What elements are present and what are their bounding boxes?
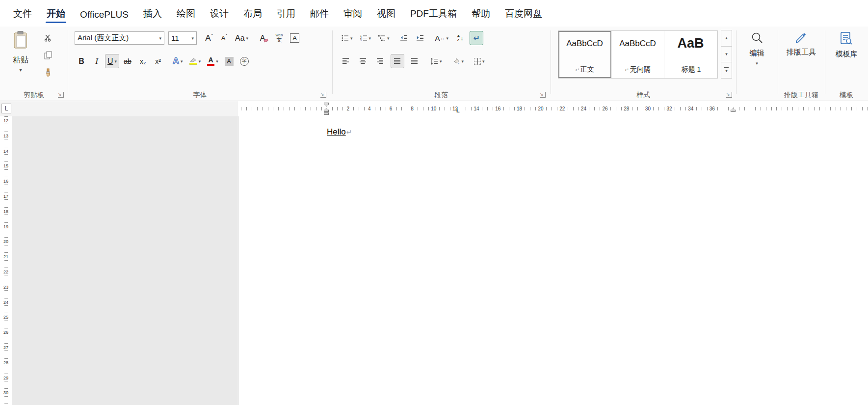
- show-marks-toggle[interactable]: ↵: [470, 31, 483, 45]
- distributed-button[interactable]: [408, 54, 421, 68]
- h-ruler-number: 30: [644, 106, 652, 111]
- format-painter-button[interactable]: [41, 67, 55, 78]
- ruler-bar: L 24681012141618202224262830323436 L: [0, 101, 868, 116]
- editing-group: 编辑 ▾: [736, 27, 778, 101]
- v-ruler-number: 29: [3, 375, 8, 381]
- cut-button[interactable]: [41, 32, 55, 43]
- multilevel-list-button[interactable]: ▾: [376, 31, 392, 45]
- shading-button[interactable]: ▾: [450, 54, 467, 68]
- style-card-标题 1[interactable]: AaB标题 1: [664, 31, 717, 78]
- document-page[interactable]: Hello↵: [238, 116, 868, 405]
- document-text[interactable]: Hello↵: [327, 127, 352, 137]
- character-shading-button[interactable]: A: [222, 54, 236, 68]
- subscript-button[interactable]: x₂: [136, 54, 150, 68]
- ribbon-tab-文件[interactable]: 文件: [6, 7, 39, 27]
- style-preview: AaB: [664, 36, 717, 51]
- clipboard-group-label: 剪贴板: [0, 91, 68, 100]
- font-group: Arial (西文正文) ▾ 11 ▾ Aˆ Aˇ Aa▾ A wén文 A B…: [68, 27, 332, 101]
- tab-stop-marker[interactable]: L: [456, 108, 460, 113]
- italic-button[interactable]: I: [90, 54, 104, 68]
- ribbon-tab-视图[interactable]: 视图: [369, 7, 403, 27]
- horizontal-ruler[interactable]: 24681012141618202224262830323436 L: [238, 101, 868, 116]
- numbering-button[interactable]: 123▾: [358, 31, 374, 45]
- increase-indent-button[interactable]: [414, 31, 427, 45]
- ribbon-tab-百度网盘[interactable]: 百度网盘: [498, 7, 550, 27]
- document-canvas: Hello↵: [12, 116, 868, 405]
- justify-button[interactable]: [391, 54, 404, 68]
- font-color-button[interactable]: A▾: [205, 54, 221, 68]
- layout-tools-group: 排版工具 排版工具箱: [778, 27, 825, 101]
- layout-tools-group-label: 排版工具箱: [778, 91, 825, 100]
- v-ruler-number: 22: [3, 269, 8, 275]
- change-case-button[interactable]: Aa▾: [233, 31, 251, 45]
- superscript-button[interactable]: x²: [151, 54, 165, 68]
- bold-button[interactable]: B: [75, 54, 88, 68]
- v-ruler-number: 14: [3, 148, 8, 154]
- line-spacing-button[interactable]: ▾: [428, 54, 445, 68]
- phonetic-guide-button[interactable]: wén文: [272, 31, 286, 45]
- borders-button[interactable]: ▾: [472, 54, 487, 68]
- character-border-button[interactable]: A: [288, 31, 302, 45]
- ribbon-tab-审阅[interactable]: 审阅: [336, 7, 369, 27]
- enclose-characters-button[interactable]: 字: [237, 54, 251, 68]
- chevron-down-icon: ▾: [158, 36, 161, 41]
- clear-formatting-button[interactable]: A: [257, 31, 271, 45]
- h-ruler-number: 20: [537, 106, 545, 111]
- styles-scroll-down-button[interactable]: ▾: [721, 46, 732, 63]
- style-preview: AaBbCcD: [558, 39, 611, 49]
- font-name-select[interactable]: Arial (西文正文) ▾: [75, 31, 164, 45]
- sort-button[interactable]: AZ↓: [453, 31, 467, 45]
- svg-text:3: 3: [360, 39, 362, 41]
- highlight-color-button[interactable]: ▾: [187, 54, 204, 68]
- align-right-button[interactable]: [373, 54, 387, 68]
- ribbon-tab-绘图[interactable]: 绘图: [169, 7, 203, 27]
- h-ruler-number: 2: [345, 106, 350, 111]
- ribbon-tab-布局[interactable]: 布局: [236, 7, 269, 27]
- layout-tools-button[interactable]: 排版工具: [778, 31, 825, 57]
- ribbon-tab-设计[interactable]: 设计: [203, 7, 236, 27]
- style-card-正文[interactable]: AaBbCcD↵正文: [558, 31, 611, 78]
- font-size-select[interactable]: 11 ▾: [168, 31, 197, 45]
- editing-button[interactable]: 编辑 ▾: [736, 31, 778, 66]
- strikethrough-button[interactable]: ab: [121, 54, 134, 68]
- paste-label: 粘贴: [13, 55, 28, 65]
- h-ruler-number: 16: [494, 106, 501, 111]
- align-center-button[interactable]: [356, 54, 370, 68]
- ribbon-tab-开始[interactable]: 开始: [39, 7, 73, 27]
- grow-font-button[interactable]: Aˆ: [202, 31, 216, 45]
- h-ruler-number: 34: [687, 106, 694, 111]
- shrink-font-button[interactable]: Aˇ: [217, 31, 231, 45]
- v-ruler-number: 26: [3, 329, 8, 335]
- vertical-ruler[interactable]: 12131415161718192021222324252627282930: [0, 116, 12, 405]
- template-library-button[interactable]: 模板库: [825, 31, 868, 59]
- v-ruler-number: 18: [3, 209, 8, 215]
- first-line-indent-marker[interactable]: [324, 103, 329, 107]
- text-effects-button[interactable]: A▾: [170, 54, 185, 68]
- v-ruler-number: 13: [3, 133, 8, 139]
- ribbon-tab-OfficePLUS[interactable]: OfficePLUS: [73, 9, 136, 27]
- ribbon-tab-邮件[interactable]: 邮件: [303, 7, 336, 27]
- h-ruler-number: 26: [602, 106, 609, 111]
- v-ruler-number: 23: [3, 284, 8, 290]
- align-left-button[interactable]: [339, 54, 353, 68]
- h-ruler-number: 18: [516, 106, 523, 111]
- decrease-indent-button[interactable]: [397, 31, 411, 45]
- v-ruler-number: 30: [3, 390, 8, 396]
- bullets-button[interactable]: ▾: [339, 31, 355, 45]
- ribbon-tab-引用[interactable]: 引用: [269, 7, 303, 27]
- styles-gallery-more-button[interactable]: ▾: [721, 62, 732, 79]
- style-card-无间隔[interactable]: AaBbCcD↵无间隔: [611, 31, 664, 78]
- asian-layout-button[interactable]: A↔▾: [433, 31, 451, 45]
- copy-button[interactable]: [41, 50, 55, 60]
- styles-scroll-up-button[interactable]: ▴: [721, 30, 732, 47]
- ribbon-tab-帮助[interactable]: 帮助: [464, 7, 498, 27]
- document-word[interactable]: Hello: [327, 127, 346, 136]
- paste-button[interactable]: 粘贴 ▾: [6, 30, 35, 88]
- tab-stop-selector[interactable]: L: [1, 104, 11, 113]
- ribbon-tab-PDF工具箱[interactable]: PDF工具箱: [403, 7, 464, 27]
- paragraph-group-label: 段落: [332, 91, 551, 100]
- underline-button[interactable]: U▾: [105, 54, 119, 68]
- left-indent-marker[interactable]: [324, 112, 329, 115]
- ribbon-tab-插入[interactable]: 插入: [136, 7, 169, 27]
- styles-gallery: AaBbCcD↵正文AaBbCcD↵无间隔AaB标题 1: [558, 30, 718, 79]
